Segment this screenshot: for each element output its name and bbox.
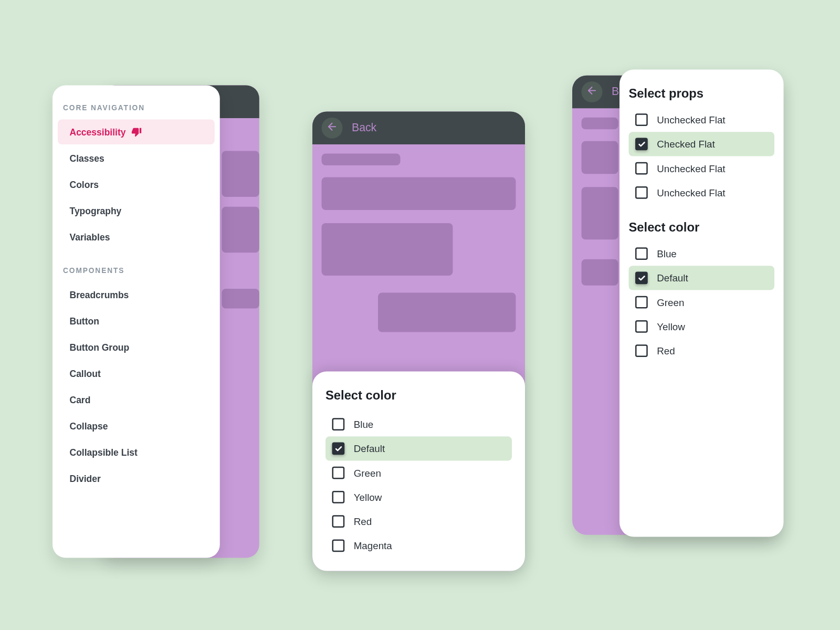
- option-default[interactable]: Default: [629, 266, 775, 290]
- option-blue[interactable]: Blue: [326, 412, 512, 436]
- nav-item-divider[interactable]: Divider: [58, 466, 215, 491]
- nav-item-label: Accessibility: [70, 127, 126, 137]
- checkbox-icon: [635, 138, 648, 151]
- sheet-title-props: Select props: [629, 87, 775, 101]
- option-label: Blue: [354, 419, 374, 430]
- option-yellow[interactable]: Yellow: [629, 314, 775, 339]
- checkbox-icon: [635, 186, 648, 199]
- nav-item-label: Breadcrumbs: [70, 289, 129, 300]
- nav-drawer: CORE NAVIGATION Accessibility Classes Co…: [52, 86, 220, 558]
- placeholder-block: [582, 259, 618, 286]
- checkbox-icon: [635, 162, 648, 175]
- checkbox-icon: [635, 272, 648, 285]
- option-unchecked-flat[interactable]: Unchecked Flat: [629, 156, 775, 181]
- option-label: Magenta: [354, 540, 392, 551]
- nav-item-label: Colors: [70, 179, 99, 190]
- sheet-title: Select color: [326, 388, 512, 403]
- option-yellow[interactable]: Yellow: [326, 485, 512, 509]
- nav-item-collapsible-list[interactable]: Collapsible List: [58, 440, 215, 465]
- nav-item-label: Collapse: [70, 421, 108, 431]
- nav-item-label: Collapsible List: [70, 447, 138, 457]
- checkbox-icon: [332, 418, 345, 430]
- option-label: Unchecked Flat: [657, 114, 725, 125]
- placeholder-block: [582, 118, 618, 130]
- option-unchecked-flat[interactable]: Unchecked Flat: [629, 181, 775, 205]
- option-label: Default: [354, 443, 385, 454]
- checkbox-icon: [635, 247, 648, 260]
- placeholder-block: [582, 187, 618, 239]
- checkbox-icon: [332, 467, 345, 479]
- nav-item-variables[interactable]: Variables: [58, 225, 215, 250]
- option-unchecked-flat[interactable]: Unchecked Flat: [629, 108, 775, 132]
- placeholder-block: [582, 141, 618, 174]
- checkbox-icon: [635, 113, 648, 126]
- placeholder-block: [322, 154, 401, 166]
- checkbox-icon: [332, 491, 345, 503]
- back-button[interactable]: [582, 81, 603, 102]
- nav-item-button-group[interactable]: Button Group: [58, 335, 215, 360]
- nav-item-typography[interactable]: Typography: [58, 198, 215, 224]
- checkbox-icon: [635, 320, 648, 333]
- nav-item-label: Card: [70, 394, 91, 405]
- nav-item-classes[interactable]: Classes: [58, 146, 215, 171]
- nav-item-label: Typography: [70, 205, 122, 216]
- nav-item-collapse[interactable]: Collapse: [58, 414, 215, 439]
- nav-item-colors[interactable]: Colors: [58, 172, 215, 197]
- option-label: Unchecked Flat: [657, 163, 725, 174]
- nav-item-button[interactable]: Button: [58, 309, 215, 334]
- nav-item-card[interactable]: Card: [58, 387, 215, 413]
- option-label: Yellow: [657, 321, 685, 332]
- nav-item-label: Divider: [70, 473, 101, 484]
- nav-item-label: Button Group: [70, 342, 130, 352]
- checkbox-icon: [332, 540, 345, 552]
- option-green[interactable]: Green: [326, 461, 512, 485]
- placeholder-block: [378, 293, 516, 332]
- panel2-header: Back: [312, 112, 525, 145]
- thumb-down-icon: [131, 127, 142, 137]
- checkbox-icon: [332, 515, 345, 528]
- panel2-card: Back Select color Blue Default Green Yel…: [312, 112, 525, 571]
- option-label: Default: [657, 272, 688, 284]
- nav-item-accessibility[interactable]: Accessibility: [58, 120, 215, 145]
- checkbox-icon: [332, 443, 345, 455]
- option-label: Green: [657, 297, 684, 308]
- back-button[interactable]: [322, 118, 343, 139]
- option-label: Red: [354, 516, 372, 527]
- nav-section-title-components: COMPONENTS: [52, 267, 220, 282]
- option-label: Blue: [657, 248, 677, 259]
- option-red[interactable]: Red: [629, 339, 775, 363]
- option-label: Red: [657, 345, 675, 356]
- nav-item-label: Classes: [70, 153, 104, 163]
- option-magenta[interactable]: Magenta: [326, 533, 512, 558]
- panel2-bottom-sheet: Select color Blue Default Green Yellow R…: [312, 372, 525, 571]
- option-red[interactable]: Red: [326, 509, 512, 533]
- placeholder-block: [322, 177, 516, 211]
- option-blue[interactable]: Blue: [629, 242, 775, 266]
- sheet-title-color: Select color: [629, 220, 775, 235]
- option-checked-flat[interactable]: Checked Flat: [629, 132, 775, 156]
- nav-item-label: Button: [70, 316, 99, 326]
- placeholder-block: [222, 151, 259, 197]
- option-label: Yellow: [354, 491, 382, 502]
- checkbox-icon: [635, 344, 648, 357]
- option-label: Green: [354, 467, 381, 478]
- placeholder-block: [322, 223, 453, 276]
- nav-item-label: Callout: [70, 368, 101, 379]
- option-green[interactable]: Green: [629, 290, 775, 314]
- placeholder-block: [222, 207, 259, 253]
- checkbox-icon: [635, 296, 648, 309]
- nav-section-title-core: CORE NAVIGATION: [52, 104, 220, 120]
- arrow-left-icon: [586, 85, 598, 99]
- option-label: Unchecked Flat: [657, 187, 725, 198]
- panel3-side-sheet: Select props Unchecked Flat Checked Flat…: [620, 70, 784, 537]
- nav-item-callout[interactable]: Callout: [58, 361, 215, 386]
- back-label: Back: [352, 121, 376, 134]
- nav-item-label: Variables: [70, 232, 110, 242]
- option-label: Checked Flat: [657, 139, 715, 150]
- back-label-truncated: B: [612, 86, 619, 99]
- nav-item-breadcrumbs[interactable]: Breadcrumbs: [58, 282, 215, 308]
- option-default[interactable]: Default: [326, 436, 512, 460]
- arrow-left-icon: [326, 121, 338, 135]
- placeholder-block: [222, 289, 259, 309]
